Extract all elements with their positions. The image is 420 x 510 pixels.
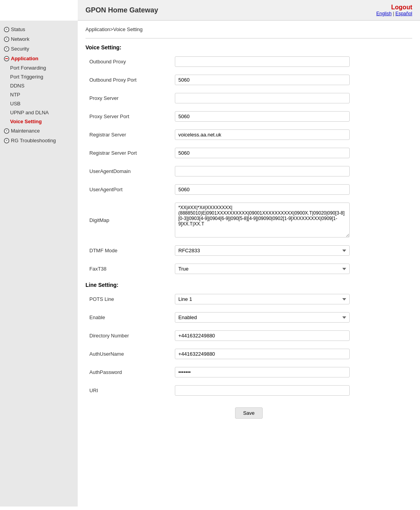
pots-line-select[interactable]: Line 1 Line 2 — [175, 294, 350, 304]
proxy-server-port-label: Proxy Server Port — [89, 114, 175, 119]
sidebar-item-network[interactable]: Network — [0, 34, 78, 44]
enable-row: Enable Enabled Disabled — [85, 312, 412, 323]
application-expand-icon — [4, 56, 9, 61]
main-content: Application>Voice Setting Voice Setting:… — [78, 21, 420, 507]
voice-setting-label: Voice Setting — [10, 119, 42, 124]
lang-separator: | — [393, 11, 394, 16]
useragent-domain-input[interactable] — [175, 166, 350, 176]
fax-t38-select[interactable]: True False — [175, 264, 350, 274]
ddns-label: DDNS — [10, 83, 24, 89]
sidebar-label-application: Application — [11, 56, 38, 61]
digit-map-input[interactable]: *XX|#XX|*X#|XXXXXXXX|(88885010)E|0901XXX… — [175, 203, 350, 238]
registrar-server-port-input[interactable] — [175, 148, 350, 158]
sidebar-label-maintenance: Maintenance — [11, 128, 40, 134]
uri-label: URI — [89, 388, 175, 393]
language-links: English | Español — [376, 11, 412, 16]
outbound-proxy-port-row: Outbound Proxy Port — [85, 75, 412, 85]
pots-line-label: POTS Line — [89, 296, 175, 302]
sidebar-sub-usb[interactable]: USB — [0, 99, 78, 108]
voice-setting-section-title: Voice Setting: — [85, 44, 412, 51]
auth-username-row: AuthUserName — [85, 349, 412, 359]
dtmf-mode-label: DTMF Mode — [89, 248, 175, 253]
header-right: Logout English | Español — [376, 4, 412, 16]
sidebar-item-application[interactable]: Application — [0, 54, 78, 63]
usb-label: USB — [10, 101, 21, 107]
fax-t38-row: FaxT38 True False — [85, 264, 412, 274]
auth-password-label: AuthPassword — [89, 369, 175, 375]
sidebar-sub-port-triggering[interactable]: Port Triggering — [0, 72, 78, 81]
status-expand-icon — [4, 27, 9, 32]
header: GPON Home Gateway Logout English | Españ… — [78, 0, 420, 21]
proxy-server-port-row: Proxy Server Port — [85, 111, 412, 122]
auth-password-input[interactable] — [175, 367, 350, 377]
logout-button[interactable]: Logout — [391, 4, 412, 11]
sidebar-sub-port-forwarding[interactable]: Port Forwarding — [0, 63, 78, 72]
security-expand-icon — [4, 46, 9, 52]
maintenance-expand-icon — [4, 128, 9, 134]
proxy-server-input[interactable] — [175, 93, 350, 103]
dtmf-mode-select[interactable]: RFC2833 SIP INFO Inband — [175, 245, 350, 256]
sidebar-sub-ddns[interactable]: DDNS — [0, 81, 78, 90]
divider — [85, 38, 412, 38]
network-expand-icon — [4, 37, 9, 42]
fax-t38-label: FaxT38 — [89, 266, 175, 272]
registrar-server-port-label: Registrar Server Port — [89, 150, 175, 156]
digit-map-label: DigitMap — [89, 217, 175, 223]
sidebar-label-network: Network — [11, 36, 30, 42]
registrar-server-label: Registrar Server — [89, 132, 175, 138]
enable-select[interactable]: Enabled Disabled — [175, 312, 350, 323]
uri-row: URI — [85, 385, 412, 396]
auth-password-row: AuthPassword — [85, 367, 412, 377]
outbound-proxy-port-label: Outbound Proxy Port — [89, 77, 175, 83]
directory-number-label: Directory Number — [89, 333, 175, 339]
proxy-server-port-input[interactable] — [175, 111, 350, 122]
sidebar-label-status: Status — [11, 26, 25, 32]
page-title: GPON Home Gateway — [85, 6, 158, 14]
outbound-proxy-row: Outbound Proxy — [85, 56, 412, 67]
save-button[interactable]: Save — [235, 407, 263, 419]
useragent-port-label: UserAgentPort — [89, 187, 175, 192]
sidebar-item-rg-troubleshooting[interactable]: RG Troubleshooting — [0, 136, 78, 145]
useragent-port-input[interactable] — [175, 184, 350, 195]
port-forwarding-label: Port Forwarding — [10, 65, 46, 71]
english-lang-link[interactable]: English — [376, 11, 391, 16]
sidebar-label-security: Security — [11, 46, 29, 52]
outbound-proxy-port-input[interactable] — [175, 75, 350, 85]
enable-label: Enable — [89, 314, 175, 320]
espanol-lang-link[interactable]: Español — [396, 11, 412, 16]
outbound-proxy-label: Outbound Proxy — [89, 59, 175, 65]
uri-input[interactable] — [175, 385, 350, 396]
auth-username-input[interactable] — [175, 349, 350, 359]
digit-map-row: DigitMap *XX|#XX|*X#|XXXXXXXX|(88885010)… — [85, 203, 412, 238]
save-row: Save — [85, 407, 412, 419]
line-setting-section-title: Line Setting: — [85, 282, 412, 288]
directory-number-input[interactable] — [175, 330, 350, 341]
breadcrumb: Application>Voice Setting — [85, 26, 412, 32]
useragent-domain-row: UserAgentDomain — [85, 166, 412, 176]
sidebar-item-security[interactable]: Security — [0, 44, 78, 54]
sidebar-sub-voice-setting[interactable]: Voice Setting — [0, 117, 78, 126]
registrar-server-port-row: Registrar Server Port — [85, 148, 412, 158]
sidebar-label-rg-troubleshooting: RG Troubleshooting — [11, 138, 56, 143]
sidebar: Status Network Security Application Port… — [0, 21, 78, 507]
auth-username-label: AuthUserName — [89, 351, 175, 357]
sidebar-sub-upnp-dlna[interactable]: UPNP and DLNA — [0, 108, 78, 117]
directory-number-row: Directory Number — [85, 330, 412, 341]
pots-line-row: POTS Line Line 1 Line 2 — [85, 294, 412, 304]
ntp-label: NTP — [10, 92, 20, 98]
sidebar-sub-ntp[interactable]: NTP — [0, 90, 78, 99]
dtmf-mode-row: DTMF Mode RFC2833 SIP INFO Inband — [85, 245, 412, 256]
registrar-server-input[interactable] — [175, 129, 350, 140]
useragent-domain-label: UserAgentDomain — [89, 168, 175, 174]
outbound-proxy-input[interactable] — [175, 56, 350, 67]
registrar-server-row: Registrar Server — [85, 129, 412, 140]
sidebar-item-status[interactable]: Status — [0, 24, 78, 34]
main-container: Status Network Security Application Port… — [0, 21, 420, 507]
upnp-dlna-label: UPNP and DLNA — [10, 110, 49, 115]
sidebar-item-maintenance[interactable]: Maintenance — [0, 126, 78, 136]
rg-troubleshooting-expand-icon — [4, 138, 9, 143]
proxy-server-row: Proxy Server — [85, 93, 412, 103]
useragent-port-row: UserAgentPort — [85, 184, 412, 195]
port-triggering-label: Port Triggering — [10, 74, 43, 80]
proxy-server-label: Proxy Server — [89, 95, 175, 101]
